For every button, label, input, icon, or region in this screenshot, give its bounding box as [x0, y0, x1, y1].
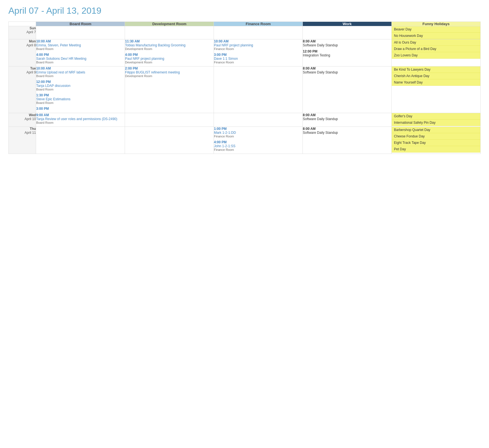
event-title: Filippo BUGLIST refinement meeting — [125, 70, 214, 74]
work-event-time: 12:00 PM — [303, 49, 391, 53]
work-event-block[interactable]: 8:00 AMSoftware Daily Standup — [303, 39, 391, 47]
day-name: Tue — [9, 66, 36, 70]
event-block[interactable]: 4:00 PMPaul NRF project planningDevelopm… — [125, 53, 214, 64]
event-block[interactable]: 1:00 PMMark 1-2-1:DDFinance Room — [214, 127, 303, 138]
day-date: April 7 — [9, 30, 36, 34]
day-label: ThuApril 11 — [9, 127, 36, 154]
calendar-row: ThuApril 111:00 PMMark 1-2-1:DDFinance R… — [9, 127, 481, 154]
dev-room-cell — [125, 113, 214, 127]
event-title: Emma Upload rest of NRF labels — [36, 70, 125, 74]
event-location: Board Room — [36, 121, 125, 124]
work-event-title: Software Daily Standup — [303, 70, 391, 74]
holiday-item: All is Ours Day — [392, 39, 480, 46]
header-finance-room: Finance Room — [214, 22, 303, 26]
work-event-title: Software Daily Standup — [303, 117, 391, 121]
holiday-item: Beaver Day — [392, 26, 480, 33]
finance-room-cell — [214, 66, 303, 113]
event-location: Development Room — [125, 47, 214, 51]
event-title: Sarah Solutions Dev/ HR Meeting — [36, 57, 125, 61]
calendar-row: WedApril 109:00 AMTanja Review of user r… — [9, 113, 481, 127]
event-time: 12:00 PM — [36, 80, 125, 84]
dev-room-cell — [125, 127, 214, 154]
calendar-page: April 07 - April 13, 2019 Board Room Dev… — [0, 0, 489, 159]
work-cell: 8:00 AMSoftware Daily Standup — [303, 113, 392, 127]
work-event-block[interactable]: 12:00 PMIntegration Testing — [303, 49, 391, 57]
event-time: 10:00 AM — [214, 39, 303, 43]
event-title: Dave 1:1 Simon — [214, 57, 303, 61]
event-block[interactable]: 3:00 PM — [36, 107, 125, 111]
event-block[interactable]: 12:00 PMTanja LDAP discussionBoard Room — [36, 80, 125, 91]
dev-room-cell: 2:00 PMFilippo BUGLIST refinement meetin… — [125, 66, 214, 113]
event-location: Development Room — [125, 61, 214, 64]
board-room-cell: 10:00 AMEmma Upload rest of NRF labelsBo… — [36, 66, 125, 113]
funny-holidays-cell: All is Ours DayDraw a Picture of a Bird … — [392, 39, 481, 66]
event-time: 4:00 PM — [214, 140, 303, 144]
event-location: Board Room — [36, 47, 125, 51]
finance-room-cell: 10:00 AMPaul NRF project planningFinance… — [214, 39, 303, 66]
event-block[interactable]: 4:00 PMSarah Solutions Dev/ HR MeetingBo… — [36, 53, 125, 64]
event-time: 1:00 PM — [214, 127, 303, 131]
header-funny-holidays: Funny Holidays — [392, 22, 481, 26]
event-location: Board Room — [36, 61, 125, 64]
page-title: April 07 - April 13, 2019 — [8, 6, 481, 16]
event-title: Tanja Review of user roles and permissio… — [36, 117, 125, 121]
funny-holidays-cell: Barbershop Quartet DayCheese Fondue DayE… — [392, 127, 481, 154]
event-block[interactable]: 10:00 AMEmma Upload rest of NRF labelsBo… — [36, 66, 125, 78]
header-dev-room: Development Room — [125, 22, 214, 26]
event-block[interactable]: 4:00 PMJohn 1-2-1:SSFinance Room — [214, 140, 303, 151]
event-time: 4:00 PM — [36, 53, 125, 57]
work-event-block[interactable]: 8:00 AMSoftware Daily Standup — [303, 113, 391, 121]
event-time: 9:00 AM — [36, 113, 125, 117]
event-title: Steve Epic Estimations — [36, 97, 125, 101]
day-name: Wed — [9, 113, 36, 117]
event-title: Paul NRF project planning — [214, 43, 303, 47]
event-block[interactable]: 10:00 AMEmma, Steven, Peter MeetingBoard… — [36, 39, 125, 51]
holiday-item: Eight Track Tape Day — [392, 140, 480, 146]
event-title: John 1-2-1:SS — [214, 144, 303, 148]
header-row: Board Room Development Room Finance Room… — [9, 22, 481, 26]
finance-room-cell — [214, 113, 303, 127]
event-block[interactable]: 3:00 PMDave 1:1 SimonFinance Room — [214, 53, 303, 64]
event-location: Finance Room — [214, 47, 303, 51]
holiday-item: Name Yourself Day — [392, 79, 480, 86]
day-label: SunApril 7 — [9, 26, 36, 39]
event-title: Paul NRF project planning — [125, 57, 214, 61]
day-label: MonApril 8 — [9, 39, 36, 66]
event-time: 4:00 PM — [125, 53, 214, 57]
calendar-table: Board Room Development Room Finance Room… — [8, 22, 481, 154]
event-location: Finance Room — [214, 148, 303, 151]
event-location: Finance Room — [214, 61, 303, 64]
finance-room-cell: 1:00 PMMark 1-2-1:DDFinance Room4:00 PMJ… — [214, 127, 303, 154]
event-block[interactable]: 2:00 PMFilippo BUGLIST refinement meetin… — [125, 66, 214, 78]
day-date: April 9 — [9, 70, 36, 74]
work-cell: 8:00 AMSoftware Daily Standup12:00 PMInt… — [303, 39, 392, 66]
work-cell: 8:00 AMSoftware Daily Standup — [303, 127, 392, 154]
board-room-cell — [36, 127, 125, 154]
funny-holidays-cell: Beaver DayNo Housework Day — [392, 26, 481, 39]
event-block[interactable]: 9:00 AMTanja Review of user roles and pe… — [36, 113, 125, 124]
holiday-item: No Housework Day — [392, 33, 480, 39]
dev-room-cell: 11:30 AMTobias Manufacturing Backlog Gro… — [125, 39, 214, 66]
board-room-cell: 9:00 AMTanja Review of user roles and pe… — [36, 113, 125, 127]
holiday-item: Pet Day — [392, 146, 480, 152]
event-title: Emma, Steven, Peter Meeting — [36, 43, 125, 47]
event-time: 10:00 AM — [36, 39, 125, 43]
work-event-block[interactable]: 8:00 AMSoftware Daily Standup — [303, 66, 391, 74]
funny-holidays-cell: Be Kind To Lawyers DayCherish An Antique… — [392, 66, 481, 113]
work-event-title: Software Daily Standup — [303, 131, 391, 135]
holiday-item: Be Kind To Lawyers Day — [392, 66, 480, 73]
event-time: 3:00 PM — [214, 53, 303, 57]
work-event-title: Software Daily Standup — [303, 43, 391, 47]
event-block[interactable]: 1:30 PMSteve Epic EstimationsBoard Room — [36, 93, 125, 104]
header-day — [9, 22, 36, 26]
work-event-time: 8:00 AM — [303, 39, 391, 43]
event-block[interactable]: 10:00 AMPaul NRF project planningFinance… — [214, 39, 303, 51]
work-event-block[interactable]: 8:00 AMSoftware Daily Standup — [303, 127, 391, 135]
day-label: TueApril 9 — [9, 66, 36, 113]
work-cell: 8:00 AMSoftware Daily Standup — [303, 66, 392, 113]
event-time: 1:30 PM — [36, 93, 125, 97]
event-title: Tobias Manufacturing Backlog Grooming — [125, 43, 214, 47]
event-block[interactable]: 11:30 AMTobias Manufacturing Backlog Gro… — [125, 39, 214, 51]
event-time: 10:00 AM — [36, 66, 125, 70]
holiday-item: Cheese Fondue Day — [392, 133, 480, 140]
